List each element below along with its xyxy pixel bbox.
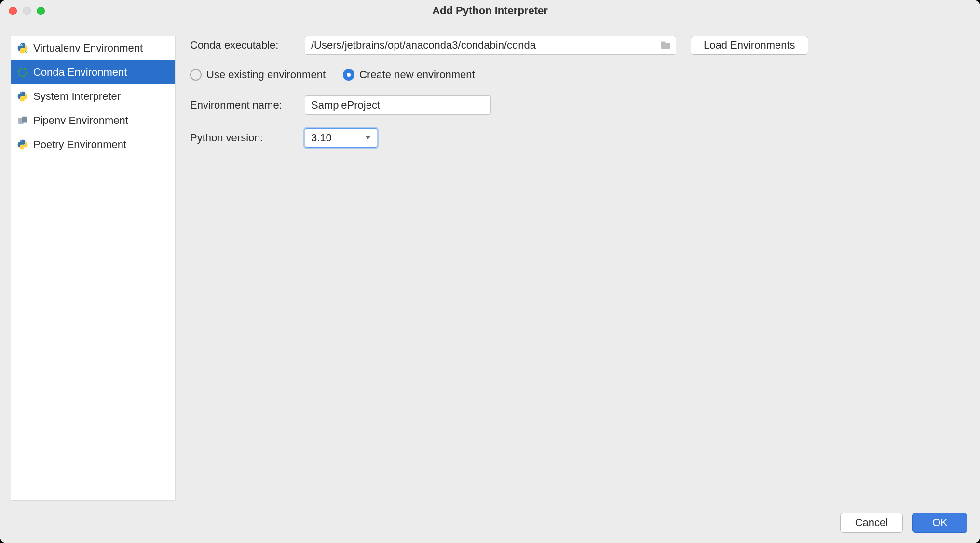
maximize-window-button[interactable] — [37, 7, 45, 15]
python-version-label: Python version: — [190, 132, 305, 144]
interpreter-type-sidebar: v Virtualenv Environment Conda Environme… — [11, 36, 176, 501]
sidebar-item-poetry[interactable]: Poetry Environment — [11, 133, 175, 157]
dialog-footer: Cancel OK — [0, 509, 980, 543]
create-new-radio[interactable]: Create new environment — [343, 68, 475, 81]
python-version-row: Python version: 3.10 — [190, 128, 966, 148]
ok-button[interactable]: OK — [912, 513, 967, 533]
close-window-button[interactable] — [9, 7, 17, 15]
form-area: Conda executable: Load Environments Use … — [176, 21, 980, 509]
sidebar-item-system[interactable]: System Interpreter — [11, 84, 175, 109]
sidebar-item-label: Virtualenv Environment — [33, 42, 143, 54]
conda-icon — [17, 67, 28, 78]
environment-name-row: Environment name: — [190, 95, 966, 115]
python-version-select[interactable]: 3.10 — [305, 128, 377, 148]
radio-label: Use existing environment — [206, 68, 326, 81]
environment-mode-radio-group: Use existing environment Create new envi… — [190, 68, 966, 81]
radio-button-icon — [190, 69, 202, 81]
sidebar-item-label: Conda Environment — [33, 66, 127, 79]
conda-executable-label: Conda executable: — [190, 39, 305, 52]
sidebar-item-label: System Interpreter — [33, 90, 121, 103]
conda-executable-input-wrap — [305, 36, 676, 55]
sidebar-item-conda[interactable]: Conda Environment — [11, 60, 175, 84]
titlebar: Add Python Interpreter — [0, 0, 980, 21]
radio-label: Create new environment — [359, 68, 475, 81]
conda-executable-input[interactable] — [305, 36, 676, 55]
dialog-body: v Virtualenv Environment Conda Environme… — [0, 21, 980, 509]
sidebar-item-pipenv[interactable]: Pipenv Environment — [11, 109, 175, 133]
python-version-select-wrap: 3.10 — [305, 128, 377, 148]
radio-button-icon — [343, 69, 354, 81]
cancel-button[interactable]: Cancel — [840, 513, 903, 533]
python-icon — [17, 91, 28, 102]
add-python-interpreter-window: Add Python Interpreter v Virtualenv Envi… — [0, 0, 980, 543]
environment-name-label: Environment name: — [190, 99, 305, 111]
python-icon: v — [17, 42, 28, 54]
sidebar-item-virtualenv[interactable]: v Virtualenv Environment — [11, 36, 175, 60]
minimize-window-button[interactable] — [23, 7, 31, 15]
svg-text:v: v — [25, 49, 27, 54]
pipenv-icon — [17, 115, 28, 126]
load-environments-button[interactable]: Load Environments — [691, 36, 808, 55]
use-existing-radio[interactable]: Use existing environment — [190, 68, 326, 81]
python-icon — [17, 139, 28, 150]
window-controls — [0, 7, 45, 15]
sidebar-item-label: Pipenv Environment — [33, 114, 128, 127]
python-version-value: 3.10 — [311, 132, 332, 144]
svg-rect-3 — [22, 117, 27, 123]
window-title: Add Python Interpreter — [0, 4, 980, 17]
browse-folder-icon[interactable] — [661, 40, 671, 51]
svg-point-1 — [19, 68, 27, 77]
sidebar-item-label: Poetry Environment — [33, 138, 126, 151]
conda-executable-row: Conda executable: Load Environments — [190, 36, 966, 55]
environment-name-input[interactable] — [305, 95, 491, 115]
